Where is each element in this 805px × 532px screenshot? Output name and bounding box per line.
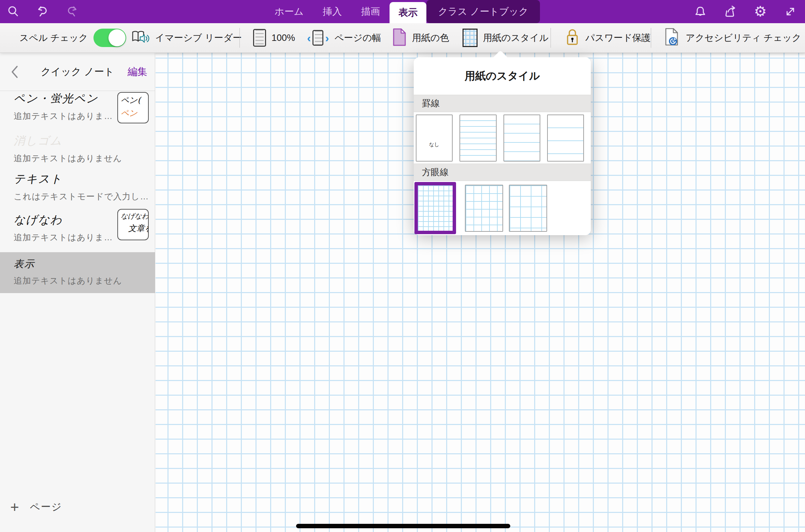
grid-section-label: 方眼線 bbox=[422, 166, 449, 178]
notebook-section-title: クイック ノート bbox=[41, 65, 114, 79]
edit-button[interactable]: 編集 bbox=[128, 65, 147, 79]
tab-class-notebook[interactable]: クラス ノートブック bbox=[426, 0, 540, 23]
notifications-bell-icon[interactable] bbox=[694, 5, 707, 18]
paper-color-icon bbox=[392, 28, 407, 48]
page-subtitle: これはテキストモードで入力し… bbox=[14, 191, 155, 202]
paper-option-grid-large[interactable] bbox=[509, 185, 547, 232]
password-protect-button[interactable]: パスワード保護 bbox=[565, 23, 651, 52]
password-protect-label: パスワード保護 bbox=[585, 32, 651, 44]
page-title-handwritten: テキスト bbox=[14, 171, 155, 187]
paper-color-label: 用紙の色 bbox=[412, 32, 449, 44]
settings-gear-icon[interactable]: ⚙ bbox=[754, 5, 767, 18]
ribbon-divider bbox=[651, 28, 651, 48]
accessibility-check-label: アクセシビリティ チェック bbox=[686, 32, 801, 44]
zoom-button[interactable]: 100% bbox=[253, 23, 295, 52]
add-page-button[interactable]: + ページ bbox=[0, 495, 155, 519]
page-list-item[interactable]: 消しゴム 追加テキストはありません bbox=[0, 133, 155, 164]
onenote-app: ホーム 挿入 描画 表示 クラス ノートブック ⚙ bbox=[0, 0, 805, 532]
tab-view[interactable]: 表示 bbox=[390, 2, 426, 23]
tab-draw[interactable]: 描画 bbox=[351, 0, 390, 23]
toggle-knob bbox=[108, 29, 126, 46]
spell-check-toggle[interactable] bbox=[93, 29, 126, 47]
thumb-ink-line: なげなわ bbox=[121, 212, 145, 221]
paper-style-label: 用紙のスタイル bbox=[483, 32, 548, 44]
thumb-ink-line: 文章を bbox=[121, 223, 145, 234]
immersive-reader-button[interactable]: イマーシブ リーダー bbox=[131, 23, 242, 52]
popover-header: 用紙のスタイル bbox=[414, 57, 591, 95]
paper-style-grid-icon bbox=[463, 29, 478, 47]
spell-check-label: スペル チェック bbox=[19, 32, 88, 44]
ruled-options-row: なし bbox=[414, 112, 591, 164]
page-thumbnail: ペン( ペン bbox=[117, 92, 149, 123]
tab-insert[interactable]: 挿入 bbox=[313, 0, 351, 23]
chevron-left-glyph: ‹ bbox=[307, 32, 311, 44]
fullscreen-expand-icon[interactable] bbox=[784, 5, 797, 18]
ribbon-divider bbox=[239, 28, 240, 48]
tab-home[interactable]: ホーム bbox=[265, 0, 313, 23]
spell-check-control: スペル チェック bbox=[19, 23, 126, 52]
paper-option-grid-small-selected[interactable] bbox=[414, 182, 456, 234]
password-lock-icon bbox=[565, 28, 580, 48]
back-chevron-icon[interactable] bbox=[10, 65, 19, 80]
ribbon-divider bbox=[551, 28, 551, 48]
page-list-item-selected[interactable]: 表示 追加テキストはありません bbox=[0, 257, 155, 286]
paper-style-button[interactable]: 用紙のスタイル bbox=[463, 23, 548, 52]
zoom-document-icon bbox=[253, 29, 266, 47]
immersive-reader-label: イマーシブ リーダー bbox=[155, 32, 242, 44]
thumb-ink-line: ペン( bbox=[121, 95, 145, 106]
accessibility-check-icon bbox=[664, 28, 680, 48]
paper-option-grid-medium[interactable] bbox=[465, 185, 503, 232]
chevron-right-glyph: › bbox=[325, 32, 329, 44]
ruled-section-label: 罫線 bbox=[422, 97, 440, 109]
paper-style-popover: 用紙のスタイル 罫線 なし 方眼線 bbox=[414, 57, 591, 232]
page-thumbnail: なげなわ 文章を bbox=[117, 209, 149, 240]
page-width-icon: ‹ › bbox=[307, 30, 329, 46]
gear-glyph: ⚙ bbox=[754, 4, 767, 19]
page-list-item[interactable]: テキスト これはテキストモードで入力し… bbox=[0, 171, 155, 202]
paper-color-button[interactable]: 用紙の色 bbox=[392, 23, 449, 52]
paper-option-ruled-narrow[interactable] bbox=[459, 115, 496, 162]
accessibility-check-button[interactable]: アクセシビリティ チェック bbox=[664, 23, 801, 52]
ribbon-tabs: ホーム 挿入 描画 表示 クラス ノートブック bbox=[0, 0, 805, 23]
immersive-reader-icon bbox=[131, 29, 150, 47]
zoom-value: 100% bbox=[272, 33, 295, 43]
page-subtitle: 追加テキストはありません bbox=[14, 275, 155, 286]
view-ribbon: スペル チェック イマーシブ リーダー 100% ‹ bbox=[0, 23, 805, 53]
page-width-doc bbox=[312, 30, 323, 46]
grid-section-header: 方眼線 bbox=[414, 164, 591, 181]
top-bar-right-icons: ⚙ bbox=[694, 0, 797, 23]
page-width-button[interactable]: ‹ › ページの幅 bbox=[307, 23, 381, 52]
popover-title: 用紙のスタイル bbox=[465, 69, 540, 83]
ruled-section-header: 罫線 bbox=[414, 95, 591, 112]
page-width-label: ページの幅 bbox=[335, 32, 381, 44]
add-page-label: ページ bbox=[30, 500, 62, 514]
none-option-label: なし bbox=[429, 141, 440, 148]
plus-icon: + bbox=[10, 500, 19, 515]
paper-option-none[interactable]: なし bbox=[416, 115, 453, 162]
page-subtitle: 追加テキストはありません bbox=[14, 153, 155, 164]
thumb-ink-line: ペン bbox=[121, 108, 145, 119]
page-title-handwritten-erased: 消しゴム bbox=[14, 133, 155, 149]
top-bar: ホーム 挿入 描画 表示 クラス ノートブック ⚙ bbox=[0, 0, 805, 23]
page-list-sidebar: クイック ノート 編集 ペン・蛍光ペン 追加テキストはありま… ペン( ペン 消… bbox=[0, 53, 155, 532]
paper-option-ruled-wide[interactable] bbox=[547, 115, 584, 162]
grid-options-row bbox=[414, 181, 591, 235]
page-title-handwritten: 表示 bbox=[14, 257, 155, 271]
sidebar-header: クイック ノート 編集 bbox=[0, 53, 155, 91]
share-icon[interactable] bbox=[724, 5, 737, 18]
home-indicator[interactable] bbox=[296, 524, 510, 528]
paper-option-ruled-medium[interactable] bbox=[503, 115, 540, 162]
